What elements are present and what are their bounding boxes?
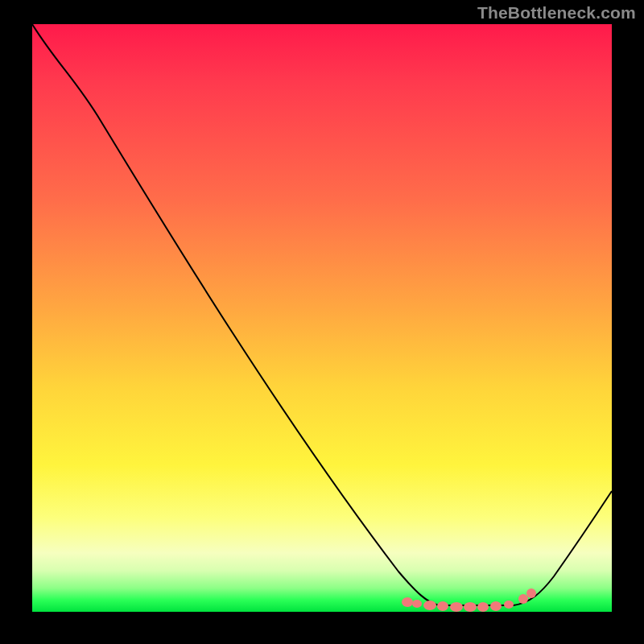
plot-area — [32, 24, 612, 612]
valley-dot — [450, 602, 463, 612]
valley-dot — [477, 602, 489, 612]
valley-dot — [412, 600, 422, 608]
curve-overlay — [32, 24, 612, 612]
watermark-text: TheBottleneck.com — [477, 3, 636, 23]
valley-dot — [437, 601, 448, 611]
valley-dot — [423, 601, 436, 610]
bottleneck-curve — [32, 24, 612, 605]
valley-dot — [402, 597, 413, 607]
valley-dot — [490, 601, 502, 611]
valley-dot — [464, 602, 477, 612]
valley-dots — [402, 588, 536, 612]
chart-frame: TheBottleneck.com — [0, 0, 644, 644]
valley-dot — [504, 601, 514, 609]
valley-dot — [526, 588, 536, 598]
valley-dot — [518, 594, 528, 604]
